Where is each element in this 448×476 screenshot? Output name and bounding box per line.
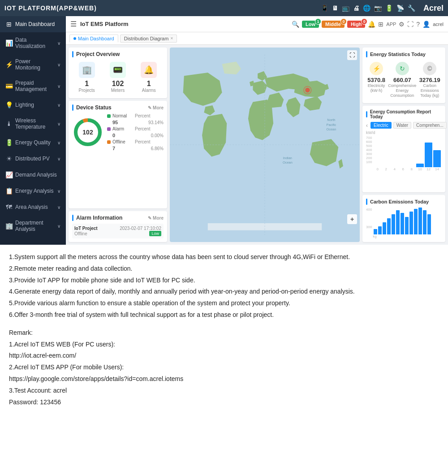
tab-comprehensive[interactable]: Comprehen... bbox=[413, 122, 447, 129]
sidebar-item-power-monitoring[interactable]: ⚡ Power Monitoring ∨ bbox=[0, 54, 66, 75]
sidebar-label-main-dashboard: Main Dashboard bbox=[15, 21, 60, 27]
search-icon[interactable]: 🔍 bbox=[292, 21, 299, 28]
chart-prev-button[interactable]: ‹ bbox=[366, 122, 368, 129]
c-bar-6 bbox=[396, 210, 400, 234]
sidebar-label-prepaid: Prepaid Management bbox=[15, 80, 55, 92]
point-6: 6.Offer 3-month free trial of system wit… bbox=[9, 310, 439, 320]
bell-icon[interactable]: 🔔 bbox=[368, 21, 375, 28]
device-legend: Normal Percent 95 93.14% Alarm Percent bbox=[107, 113, 164, 151]
remark-account: 3.Test Account: acrel bbox=[9, 385, 439, 396]
c-bar-13 bbox=[427, 214, 431, 234]
energy-chart-header: Energy Consumption Report Today bbox=[366, 109, 442, 119]
device-status-header: Device Status ✎ More bbox=[72, 104, 164, 111]
high-badge: 0 bbox=[361, 18, 367, 25]
energy-analysis-icon: 📋 bbox=[5, 187, 13, 195]
battery-icon: 🔋 bbox=[385, 4, 393, 12]
question-icon[interactable]: ? bbox=[416, 21, 420, 28]
point-3: 3.Provide IoT APP for mobile phone side … bbox=[9, 275, 439, 286]
dashboard-icon: ⊞ bbox=[5, 21, 13, 28]
alarm-status-row: Offline Low bbox=[74, 231, 161, 236]
alarm-percent-label: Percent bbox=[135, 126, 150, 131]
arrow-icon: ∨ bbox=[57, 41, 60, 46]
globe-icon: 🌐 bbox=[363, 4, 370, 12]
sidebar-item-lighting[interactable]: 💡 Lighting ∨ bbox=[0, 97, 66, 113]
quality-icon: 🔋 bbox=[5, 139, 13, 146]
breadcrumb-tab-main[interactable]: Main Dashboard bbox=[69, 35, 118, 43]
chart-body: 0 2 4 6 8 10 12 14 bbox=[373, 136, 442, 171]
carbon-bars-wrap: kg bbox=[373, 208, 442, 238]
offline-dot bbox=[107, 140, 111, 144]
alarm-item: IoT Project 2023-02-07 17:10:02 Offline … bbox=[72, 224, 164, 238]
middle-badge: 0 bbox=[340, 18, 347, 25]
sidebar-label-temp: Wireless Temperature bbox=[15, 117, 55, 130]
carbon-chart-area: 400 300 bbox=[366, 208, 442, 238]
sidebar-item-energy-analysis[interactable]: 📋 Energy Analysis ∨ bbox=[0, 183, 66, 199]
sidebar-label-pv: Distributed PV bbox=[15, 156, 55, 162]
x-label-10: 10 bbox=[416, 167, 424, 171]
energy-chart-card: Energy Consumption Report Today ‹ Electr… bbox=[362, 106, 445, 192]
more-link[interactable]: ✎ More bbox=[148, 105, 164, 110]
x-label-6: 6 bbox=[399, 167, 407, 171]
map-zoom-button[interactable]: + bbox=[347, 214, 357, 224]
x-label-4: 4 bbox=[391, 167, 398, 171]
projects-icon: 🏢 bbox=[79, 62, 95, 78]
app-icon[interactable]: APP bbox=[386, 22, 396, 27]
legend-alarm-count: 0 0.00% bbox=[107, 133, 164, 138]
content-area: ☰ IoT EMS Platform 🔍 Low 1 Middle 0 High… bbox=[66, 16, 448, 245]
header-bar-3 bbox=[72, 215, 73, 221]
text-section: 1.System support all the meters across t… bbox=[0, 245, 448, 415]
right-panel: Energy Statistics Today ⚡ 5370.8 Electri… bbox=[362, 48, 445, 242]
alarm-more-link[interactable]: ✎ More bbox=[148, 216, 164, 221]
sidebar-item-dept-analysis[interactable]: 🏢 Department Analysis ∨ bbox=[0, 215, 66, 237]
map-expand-button[interactable]: ⛶ bbox=[347, 50, 357, 60]
c-bar-9 bbox=[409, 212, 413, 234]
sidebar-label-energy: Energy Analysis bbox=[15, 188, 55, 194]
arrow-icon-3: ∨ bbox=[57, 84, 60, 89]
tools-icon: 🔧 bbox=[408, 4, 415, 12]
area-icon: 🗺 bbox=[5, 203, 13, 211]
user-avatar[interactable]: 👤 bbox=[422, 21, 430, 28]
point-5: 5.Provide various alarm function to ensu… bbox=[9, 298, 439, 309]
donut-total: 102 bbox=[82, 129, 93, 136]
sidebar-item-area-analysis[interactable]: 🗺 Area Analysis ∨ bbox=[0, 199, 66, 215]
map-area: North Pacific Ocean Indian Ocean ⛶ + bbox=[170, 48, 360, 242]
demand-icon: 📈 bbox=[5, 171, 13, 178]
fullscreen-icon[interactable]: ⛶ bbox=[407, 21, 414, 28]
grid-icon[interactable]: ⊞ bbox=[378, 21, 383, 28]
tab-water[interactable]: Water bbox=[393, 122, 411, 129]
settings-icon[interactable]: ⚙ bbox=[399, 21, 405, 28]
x-label-12: 12 bbox=[425, 167, 432, 171]
alarm-level-badge: Low bbox=[149, 231, 161, 236]
sidebar-item-energy-quality[interactable]: 🔋 Energy Quality ∨ bbox=[0, 134, 66, 151]
carbon-chart-card: Carbon Emissions Today 400 300 bbox=[362, 195, 445, 242]
breadcrumb-tab-distribution[interactable]: Distribution Diagram × bbox=[120, 35, 177, 43]
c-bar-12 bbox=[423, 210, 426, 234]
carbon-header: Carbon Emissions Today bbox=[366, 199, 442, 205]
electricity-stat: ⚡ 5370.8 Electricity (kW·h) bbox=[367, 62, 385, 98]
sidebar-item-prepaid[interactable]: 💳 Prepaid Management ∨ bbox=[0, 75, 66, 97]
middle-alarm-button[interactable]: Middle 0 bbox=[322, 21, 345, 28]
low-alarm-button[interactable]: Low 1 bbox=[302, 21, 319, 28]
sidebar-item-wireless-temp[interactable]: 🌡 Wireless Temperature ∨ bbox=[0, 113, 66, 134]
sidebar-item-main-dashboard[interactable]: ⊞ Main Dashboard bbox=[0, 16, 66, 32]
svg-text:Pacific: Pacific bbox=[326, 123, 336, 127]
high-alarm-button[interactable]: High 0 bbox=[347, 21, 365, 28]
sidebar-item-data-visualization[interactable]: 📊 Data Visualization ∨ bbox=[0, 32, 66, 54]
arrow-icon-5: ∨ bbox=[57, 121, 60, 126]
arrow-icon-8: ∨ bbox=[57, 189, 60, 194]
tab-electric[interactable]: Electric bbox=[370, 122, 392, 129]
device-icon: 📺 bbox=[342, 4, 349, 12]
dept-icon: 🏢 bbox=[5, 222, 13, 229]
close-tab-icon[interactable]: × bbox=[170, 36, 173, 41]
sidebar-label-dept: Department Analysis bbox=[15, 220, 55, 232]
sidebar-item-demand-analysis[interactable]: 📈 Demand Analysis bbox=[0, 167, 66, 183]
energy-consumption-stat: ↻ 660.07 Comprehensive Energy Consumptio… bbox=[388, 62, 416, 98]
camera-icon: 📷 bbox=[374, 4, 382, 12]
c-bar-7 bbox=[401, 213, 404, 234]
remark-section: Remark: 1.Acrel IoT EMS WEB (For PC user… bbox=[9, 328, 439, 408]
energy-stats-card: Energy Statistics Today ⚡ 5370.8 Electri… bbox=[362, 48, 445, 103]
menu-icon[interactable]: ☰ bbox=[70, 20, 77, 28]
sidebar-item-distributed-pv[interactable]: ☀ Distributed PV ∨ bbox=[0, 151, 66, 167]
sidebar-label-demand: Demand Analysis bbox=[15, 172, 60, 178]
header-bar-5 bbox=[366, 111, 367, 117]
